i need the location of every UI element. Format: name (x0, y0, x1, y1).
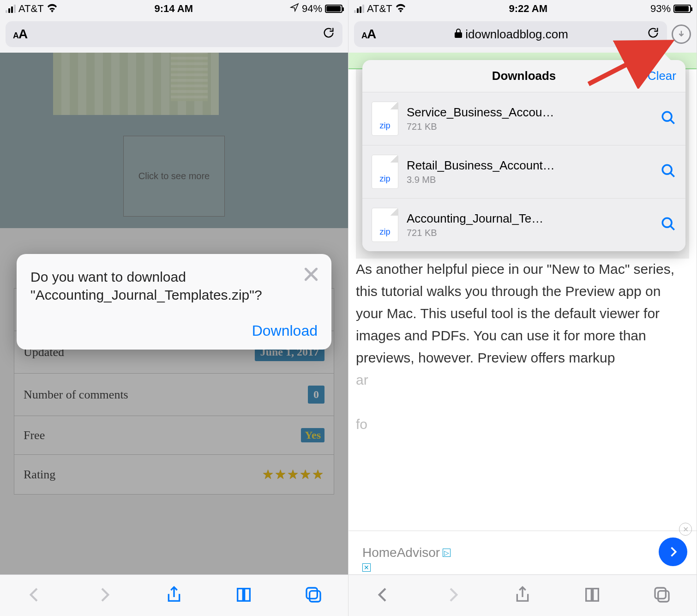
share-button[interactable] (513, 586, 532, 606)
bookmarks-button[interactable] (583, 586, 601, 606)
url-bar: AA (0, 18, 348, 53)
back-button[interactable] (25, 586, 44, 606)
lock-icon (454, 27, 463, 42)
location-icon (290, 3, 299, 15)
phone-left: AT&T 9:14 AM 94% AA Click to see more (0, 0, 348, 616)
wifi-icon (395, 3, 406, 15)
adchoices-play-icon[interactable]: ▷ (443, 549, 451, 557)
ad-banner[interactable]: HomeAdvisor ✕ ▷ ✕ (348, 531, 697, 574)
forward-button[interactable] (95, 586, 114, 606)
bookmarks-button[interactable] (234, 586, 253, 606)
download-name: Retail_Business_Account… (407, 158, 652, 173)
reload-button[interactable] (322, 26, 335, 42)
bottom-toolbar (348, 574, 697, 616)
cell-signal-icon (354, 5, 364, 13)
reveal-in-files-button[interactable] (661, 110, 676, 127)
battery-pct: 93% (650, 3, 671, 15)
battery-pct: 94% (302, 3, 322, 15)
svg-point-3 (662, 112, 672, 121)
url-bar: AA idownloadblog.com (348, 18, 697, 53)
downloads-button[interactable] (672, 24, 691, 44)
popover-title: Downloads (492, 69, 556, 83)
reveal-in-files-button[interactable] (661, 163, 676, 181)
ad-forward-button[interactable] (659, 537, 687, 566)
download-button[interactable]: Download (252, 322, 318, 339)
reload-button[interactable] (647, 26, 660, 42)
forward-button[interactable] (444, 586, 462, 606)
carrier-label: AT&T (18, 3, 44, 15)
clear-button[interactable]: Clear (648, 69, 676, 83)
tabs-button[interactable] (304, 586, 323, 606)
download-prompt: Do you want to download "Accounting_Jour… (17, 254, 331, 350)
downloads-popover: Downloads Clear zip Service_Business_Acc… (362, 60, 685, 251)
battery-icon (673, 5, 691, 13)
share-button[interactable] (165, 586, 183, 606)
url-host: idownloadblog.com (465, 27, 568, 42)
download-name: Accounting_Journal_Te… (407, 211, 652, 226)
download-size: 3.9 MB (407, 175, 652, 185)
status-bar: AT&T 9:14 AM 94% (0, 0, 348, 18)
status-bar: AT&T 9:22 AM 93% (348, 0, 697, 18)
article-text: As another helpful piece in our "New to … (356, 258, 689, 435)
download-item[interactable]: zip Service_Business_Accou… 721 KB (362, 92, 685, 145)
download-size: 721 KB (407, 121, 652, 132)
svg-rect-0 (306, 588, 317, 598)
svg-line-4 (670, 120, 674, 124)
ad-label: HomeAdvisor (362, 545, 440, 560)
cell-signal-icon (6, 5, 16, 13)
close-button[interactable] (302, 265, 320, 285)
download-item[interactable]: zip Retail_Business_Account… 3.9 MB (362, 145, 685, 199)
svg-point-7 (662, 218, 672, 227)
svg-rect-9 (655, 588, 666, 598)
address-field[interactable]: AA idownloadblog.com (354, 21, 667, 47)
clock: 9:14 AM (155, 3, 193, 15)
svg-point-5 (662, 165, 672, 174)
prompt-message: Do you want to download "Accounting_Jour… (30, 268, 270, 304)
tabs-button[interactable] (653, 586, 671, 606)
phone-right: AT&T 9:22 AM 93% AA idownloadblog.com (348, 0, 697, 616)
ad-close-button[interactable]: ✕ (679, 523, 692, 536)
battery-icon (325, 5, 342, 13)
file-zip-icon: zip (372, 208, 398, 242)
reveal-in-files-button[interactable] (661, 216, 676, 234)
download-item[interactable]: zip Accounting_Journal_Te… 721 KB (362, 199, 685, 251)
carrier-label: AT&T (367, 3, 392, 15)
back-button[interactable] (374, 586, 392, 606)
svg-line-6 (670, 173, 674, 177)
download-size: 721 KB (407, 228, 652, 238)
clock: 9:22 AM (509, 3, 548, 15)
svg-rect-10 (658, 591, 668, 601)
svg-rect-1 (309, 591, 320, 601)
popover-header: Downloads Clear (362, 60, 685, 92)
svg-line-8 (670, 226, 674, 230)
download-name: Service_Business_Accou… (407, 105, 652, 120)
adchoices-x-icon[interactable]: ✕ (362, 563, 371, 572)
file-zip-icon: zip (372, 155, 398, 189)
file-zip-icon: zip (372, 102, 398, 136)
reader-aa-button[interactable]: AA (361, 27, 376, 42)
bottom-toolbar (0, 574, 348, 616)
reader-aa-button[interactable]: AA (13, 27, 27, 42)
address-field[interactable]: AA (6, 21, 342, 47)
wifi-icon (47, 3, 58, 15)
